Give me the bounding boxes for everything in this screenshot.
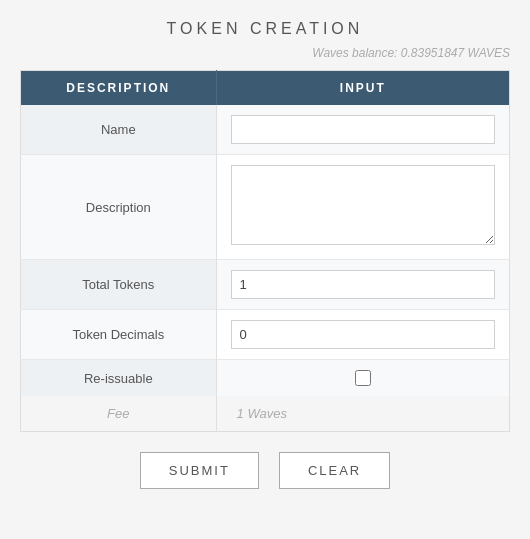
waves-balance: Waves balance: 0.83951847 WAVES (20, 46, 510, 60)
description-input-cell (216, 155, 509, 260)
reissuable-checkbox[interactable] (355, 370, 371, 386)
reissuable-row: Re-issuable (21, 360, 510, 397)
token-decimals-row: Token Decimals (21, 310, 510, 360)
total-tokens-input[interactable] (231, 270, 495, 299)
reissuable-label: Re-issuable (21, 360, 217, 397)
description-row: Description (21, 155, 510, 260)
input-col-header: INPUT (216, 71, 509, 106)
page-title: TOKEN CREATION (20, 20, 510, 38)
clear-button[interactable]: CLEAR (279, 452, 390, 489)
fee-label: Fee (21, 396, 217, 432)
total-tokens-input-cell (216, 260, 509, 310)
name-input-cell (216, 105, 509, 155)
description-col-header: DESCRIPTION (21, 71, 217, 106)
token-decimals-input-cell (216, 310, 509, 360)
buttons-row: SUBMIT CLEAR (20, 452, 510, 489)
total-tokens-label: Total Tokens (21, 260, 217, 310)
submit-button[interactable]: SUBMIT (140, 452, 259, 489)
token-decimals-label: Token Decimals (21, 310, 217, 360)
fee-value: 1 Waves (216, 396, 509, 432)
description-input[interactable] (231, 165, 495, 245)
reissuable-input-cell (216, 360, 509, 397)
table-header-row: DESCRIPTION INPUT (21, 71, 510, 106)
total-tokens-row: Total Tokens (21, 260, 510, 310)
fee-row: Fee 1 Waves (21, 396, 510, 432)
form-table: DESCRIPTION INPUT Name Description Total… (20, 70, 510, 432)
description-label: Description (21, 155, 217, 260)
name-input[interactable] (231, 115, 495, 144)
name-label: Name (21, 105, 217, 155)
token-creation-container: TOKEN CREATION Waves balance: 0.83951847… (20, 20, 510, 489)
name-row: Name (21, 105, 510, 155)
token-decimals-input[interactable] (231, 320, 495, 349)
